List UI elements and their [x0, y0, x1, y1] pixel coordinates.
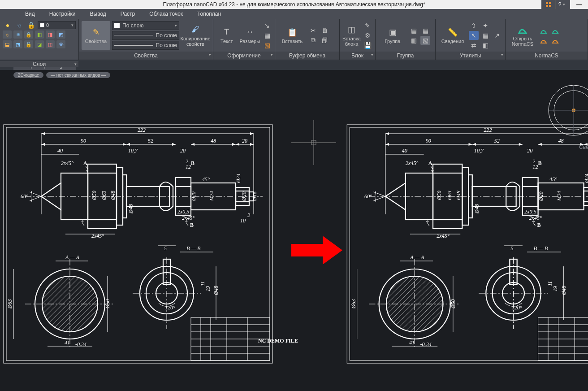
- normacs-sub-icon[interactable]: [550, 36, 560, 45]
- block-edit-icon[interactable]: ✎: [363, 21, 372, 30]
- menu-pointclouds[interactable]: Облака точек: [142, 9, 190, 18]
- block-set-icon[interactable]: ⚙: [363, 31, 372, 40]
- layer-tool-icon[interactable]: ◩: [56, 30, 65, 39]
- insert-block-tool[interactable]: ◫ Вставка блока: [342, 21, 361, 50]
- chip-no-views[interactable]: — нет связанных видов —: [46, 72, 110, 78]
- view-label: Сверху: [579, 144, 588, 150]
- group-ungroup-icon[interactable]: ▥: [409, 36, 419, 45]
- clipboard-icon: 📋: [286, 27, 298, 38]
- panel-dropdown-icon[interactable]: ▾: [501, 52, 503, 57]
- document-tabs: векторизация.dwg* ✕: [0, 60, 588, 70]
- layer-tools-grid: ☼ ❄ 🔒 ◧ ◨ ◩ ⬓ ⬔ 🔓 ◪ ◫ 👁: [3, 30, 66, 59]
- svg-rect-3: [549, 5, 551, 7]
- svg-rect-2: [546, 5, 548, 7]
- demo-watermark: NC DEMO FILE: [258, 338, 298, 344]
- menu-raster[interactable]: Растр: [113, 9, 142, 18]
- menu-output[interactable]: Вывод: [83, 9, 113, 18]
- brush-icon: 🖌: [189, 24, 202, 35]
- menu-topoplan[interactable]: Топоплан: [190, 9, 228, 18]
- leader-icon[interactable]: ↘: [262, 21, 272, 30]
- linetype-combo[interactable]: По слою▾: [112, 31, 179, 40]
- util-icon[interactable]: ⇄: [469, 41, 479, 50]
- group-edit-icon[interactable]: ▤: [409, 26, 419, 35]
- panel-dropdown-icon[interactable]: ▾: [271, 52, 273, 57]
- menu-settings[interactable]: Настройки: [42, 9, 83, 18]
- lock-icon[interactable]: 🔒: [26, 21, 36, 30]
- table-icon[interactable]: ▦: [262, 31, 272, 40]
- crosshair-cursor: [291, 120, 336, 165]
- help-button[interactable]: ?▾: [556, 0, 570, 9]
- match-properties-tool[interactable]: 🖌 Копирование свойств: [181, 21, 210, 50]
- panel-title-clipboard: Буфер обмена: [289, 52, 326, 59]
- menu-view[interactable]: Вид: [18, 9, 42, 18]
- info-tool[interactable]: 📏 Сведения: [438, 21, 467, 50]
- layer-tool-icon[interactable]: ⬓: [3, 40, 12, 48]
- text-icon: T: [220, 27, 233, 38]
- layer-tool-icon[interactable]: 👁: [56, 40, 65, 48]
- layer-tool-icon[interactable]: 🔓: [24, 40, 33, 48]
- panel-dropdown-icon[interactable]: ▾: [209, 52, 211, 57]
- normacs-sub-icon[interactable]: [550, 26, 560, 35]
- chip-2d-wireframe[interactable]: 2D-каркас: [13, 72, 43, 78]
- group-icon: ▣: [386, 27, 399, 38]
- normacs-sub-icon[interactable]: [539, 26, 549, 35]
- util-icon[interactable]: ◧: [480, 41, 490, 50]
- panel-title-normacs: NormaCS: [535, 52, 558, 59]
- paste-special-icon[interactable]: 🗐: [320, 36, 330, 45]
- util-icon[interactable]: ✦: [480, 21, 490, 30]
- panel-title-group: Группа: [397, 52, 414, 59]
- copy-icon[interactable]: ⧉: [308, 36, 318, 45]
- copy-view-icon[interactable]: 🗎: [320, 26, 330, 35]
- layer-tool-icon[interactable]: ☼: [3, 30, 12, 39]
- svg-rect-101: [291, 244, 323, 256]
- layer-tool-icon[interactable]: ◪: [35, 40, 44, 48]
- panel-dropdown-icon[interactable]: ▾: [74, 62, 77, 66]
- view-chips: 2D-каркас — нет связанных видов —: [0, 70, 588, 80]
- normacs-sub-icon[interactable]: [539, 36, 549, 45]
- red-arrow-icon: [291, 236, 342, 265]
- group-tool[interactable]: ▣ Группа: [378, 21, 407, 50]
- ruler-icon: 📏: [446, 27, 459, 38]
- minimize-button[interactable]: —: [570, 0, 588, 9]
- pencil-icon: ✎: [90, 27, 102, 38]
- drawing-svg: 222 90 52 48 20 40 10,7 20 2x45° A 2 12 …: [0, 80, 588, 391]
- panel-title-properties: Свойства: [134, 52, 158, 59]
- layer-tool-icon[interactable]: ❄: [13, 30, 22, 39]
- start-grid-button[interactable]: [541, 0, 556, 9]
- util-icon[interactable]: ▦: [480, 31, 490, 40]
- drawing-canvas[interactable]: 222 90 52 48 20 40 10,7 20 2x45° A 2 12 …: [0, 80, 588, 391]
- app-title: Платформа nanoCAD x64 23 - не для коммер…: [163, 1, 425, 8]
- layer-tool-icon[interactable]: ◨: [46, 30, 55, 39]
- layer-tool-icon[interactable]: ◫: [46, 40, 55, 48]
- layer-tool-icon[interactable]: ◧: [35, 30, 44, 39]
- group-sel-icon[interactable]: ▦: [420, 26, 430, 35]
- properties-tool[interactable]: ✎ Свойства: [82, 21, 110, 50]
- panel-dropdown-icon[interactable]: ▾: [371, 52, 373, 57]
- group-sel2-icon[interactable]: ▧: [420, 36, 430, 45]
- paste-tool[interactable]: 📋 Вставить: [278, 21, 307, 50]
- view-compass[interactable]: [549, 85, 588, 135]
- hatch-icon[interactable]: ▧: [262, 41, 272, 50]
- layer-tool-icon[interactable]: ⬔: [13, 40, 22, 48]
- block-save-icon[interactable]: 💾: [363, 41, 372, 50]
- panel-title-layers: Слои: [33, 61, 46, 67]
- lineweight-combo[interactable]: По слою▾: [112, 41, 179, 50]
- dimension-icon: ↔: [243, 27, 256, 38]
- panel-title-format: Оформление: [227, 52, 260, 59]
- open-normacs-tool[interactable]: Открыть NormaCS: [508, 21, 537, 50]
- util-cursor2-icon[interactable]: ↗: [492, 31, 502, 40]
- layer-tool-icon[interactable]: 🔒: [24, 30, 33, 39]
- color-combo[interactable]: По слою▾: [112, 21, 179, 30]
- sun-icon[interactable]: ☼: [14, 21, 24, 30]
- cut-icon[interactable]: ✂: [308, 26, 318, 35]
- panel-title-utilities: Утилиты: [460, 52, 481, 59]
- dimensions-tool[interactable]: ↔ Размеры: [239, 21, 261, 50]
- text-tool[interactable]: T Текст: [216, 21, 238, 50]
- util-icon[interactable]: ⇧: [469, 21, 479, 30]
- util-cursor-icon[interactable]: ↖: [469, 31, 479, 40]
- normacs-icon: [516, 24, 529, 35]
- bulb-icon[interactable]: ●: [3, 21, 13, 30]
- layer-combo[interactable]: 0▾: [38, 21, 76, 29]
- block-icon: ◫: [346, 24, 358, 35]
- ribbon: ● ☼ 🔒 0▾ ☼ ❄ 🔒 ◧ ◨ ◩ ⬓ ⬔ 🔓 ◪ ◫ 👁: [0, 19, 588, 60]
